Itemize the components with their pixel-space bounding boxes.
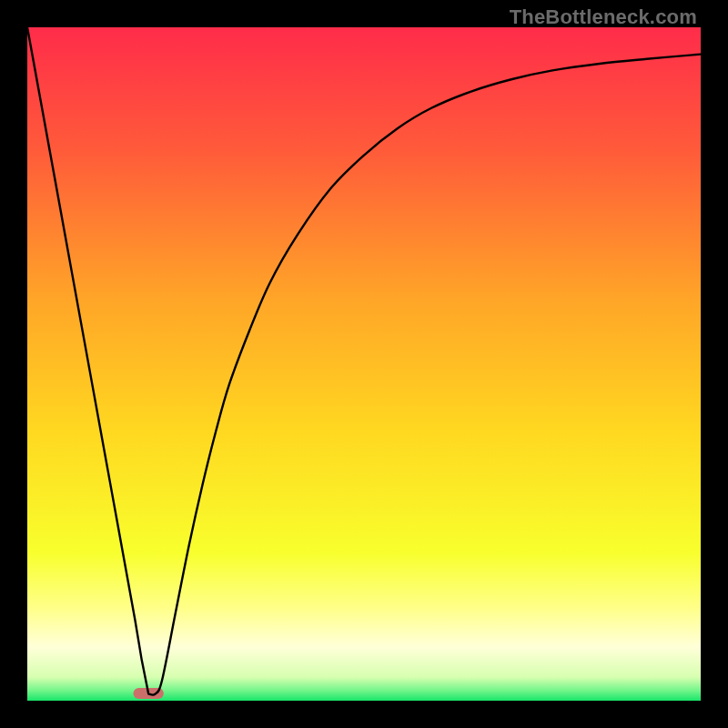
plot-area	[27, 27, 701, 701]
chart-svg	[27, 27, 701, 701]
watermark-label: TheBottleneck.com	[510, 5, 697, 29]
chart-frame: TheBottleneck.com	[0, 0, 728, 728]
gradient-background	[27, 27, 701, 701]
